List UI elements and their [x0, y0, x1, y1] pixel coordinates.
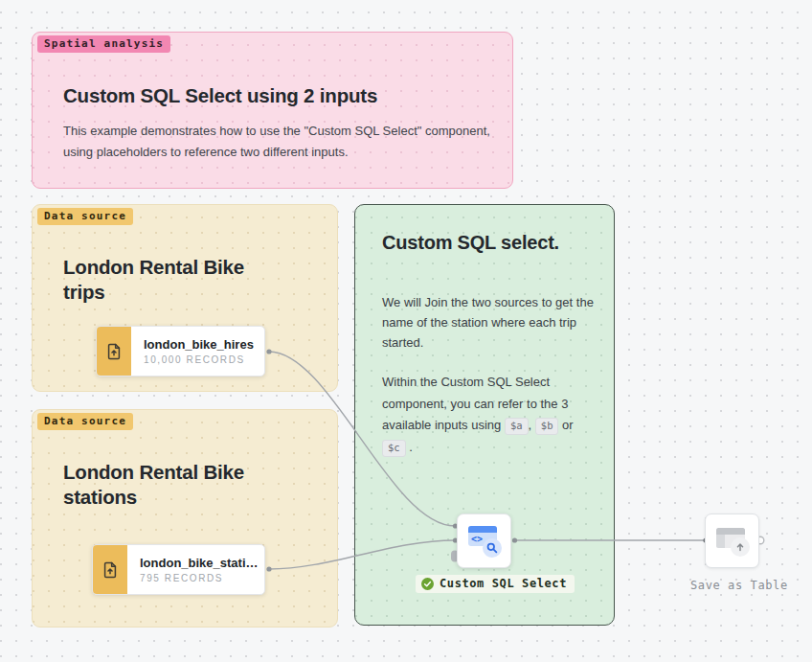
save-as-table-label[interactable]: Save as Table: [690, 579, 788, 592]
sql-note-paragraph-2: Within the Custom SQL Select component, …: [382, 372, 598, 458]
node-london-bike-stations[interactable]: london_bike_stati… 795 RECORDS: [92, 544, 265, 595]
file-import-icon: [104, 342, 124, 361]
annotation-note-spatial-analysis[interactable]: Spatial analysis Custom SQL Select using…: [32, 32, 513, 189]
source-node-color-strip: [97, 327, 131, 376]
node-london-bike-hires[interactable]: london_bike_hires 10,000 RECORDS: [96, 326, 265, 377]
node-custom-sql-select[interactable]: <>: [457, 514, 511, 568]
input-placeholder-c: $c: [382, 440, 406, 457]
magnifier-icon: [483, 538, 502, 558]
record-count: 10,000 RECORDS: [144, 354, 254, 365]
source-node-color-strip: [93, 545, 127, 594]
upload-circle-icon: [731, 537, 750, 557]
file-import-icon: [101, 560, 120, 580]
node-save-as-table[interactable]: [705, 514, 759, 568]
table-name: london_bike_hires: [144, 337, 254, 352]
node-label-text: Custom SQL Select: [440, 577, 567, 590]
table-left-column: [716, 535, 725, 549]
node-label-text: Save as Table: [690, 579, 788, 592]
sql-note-paragraph-1: We will Join the two sources to get the …: [382, 292, 595, 353]
record-count: 795 RECORDS: [140, 573, 259, 583]
paragraph-text: .: [406, 440, 413, 454]
data-source-chip: Data source: [37, 413, 133, 430]
sql-window-titlebar: [468, 526, 497, 533]
source-node-body: london_bike_hires 10,000 RECORDS: [131, 327, 254, 376]
code-brackets-icon: <>: [471, 534, 483, 544]
success-check-icon: [421, 578, 434, 590]
paragraph-text: or: [558, 418, 573, 432]
sql-note-title: Custom SQL select.: [382, 230, 559, 256]
annotation-category-chip: Spatial analysis: [37, 35, 170, 53]
annotation-title: Custom SQL Select using 2 inputs: [63, 83, 485, 108]
data-source-2-title: London Rental Bike stations: [63, 460, 283, 510]
data-source-1-title: London Rental Bike trips: [63, 255, 283, 305]
source-node-body: london_bike_stati… 795 RECORDS: [127, 545, 259, 594]
paragraph-text: ,: [529, 418, 535, 432]
input-placeholder-a: $a: [505, 418, 529, 435]
input-placeholder-b: $b: [535, 418, 559, 435]
workflow-canvas[interactable]: Spatial analysis Custom SQL Select using…: [0, 0, 812, 662]
table-name: london_bike_stati…: [140, 556, 259, 570]
custom-sql-select-label[interactable]: Custom SQL Select: [416, 575, 575, 593]
data-source-chip: Data source: [37, 208, 133, 225]
annotation-description: This example demonstrates how to use the…: [63, 121, 504, 163]
